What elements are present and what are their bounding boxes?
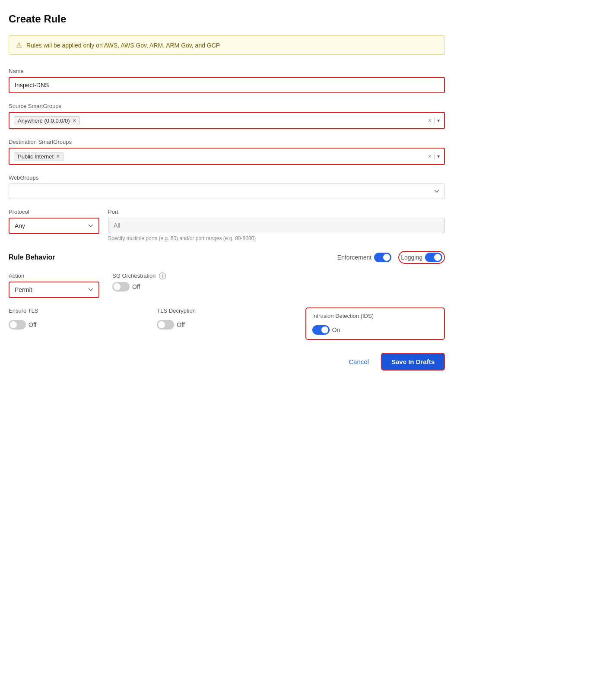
webgroups-select[interactable] [9, 184, 445, 199]
protocol-group: Protocol Any TCP UDP ICMP [9, 209, 99, 241]
name-label: Name [9, 68, 445, 74]
destination-chevron-icon[interactable]: ▾ [437, 153, 440, 159]
enforcement-label: Enforcement [337, 254, 372, 261]
tls-decryption-label: TLS Decryption [157, 307, 296, 314]
destination-tag-close[interactable]: × [56, 153, 60, 159]
sg-orchestration-info-icon: i [159, 272, 166, 279]
action-label: Action [9, 272, 99, 279]
sg-orchestration-label: SG Orchestration i [112, 272, 445, 279]
destination-smartgroups-input[interactable]: Public Internet × × ▾ [9, 148, 445, 165]
enforcement-toggle[interactable] [374, 253, 391, 262]
action-group: Action Permit Deny [9, 272, 99, 298]
bottom-toggles: Ensure TLS Off TLS Decryption Off Intrus… [9, 307, 445, 340]
destination-divider [434, 153, 435, 160]
name-group: Name [9, 68, 445, 93]
port-label: Port [108, 209, 445, 215]
webgroups-label: WebGroups [9, 174, 445, 181]
ensure-tls-toggle-wrapper: Off [9, 320, 148, 329]
alert-banner: ⚠ Rules will be applied only on AWS, AWS… [9, 35, 445, 55]
destination-clear-icon[interactable]: × [428, 153, 432, 160]
sg-orchestration-toggle-wrapper: Off [112, 282, 445, 291]
tls-decryption-toggle-wrapper: Off [157, 320, 296, 329]
cancel-button[interactable]: Cancel [342, 355, 376, 369]
destination-tag-text: Public Internet [18, 153, 54, 160]
footer-actions: Cancel Save In Drafts [9, 353, 445, 371]
source-tag: Anywhere (0.0.0.0/0) × [14, 116, 80, 125]
protocol-port-group: Protocol Any TCP UDP ICMP Port Specify m… [9, 209, 445, 241]
sg-orchestration-text: Off [132, 283, 140, 290]
name-input[interactable] [9, 77, 445, 93]
ids-section: Intrusion Detection (IDS) On [305, 307, 445, 340]
rule-behavior-title: Rule Behavior [9, 253, 55, 261]
ensure-tls-section: Ensure TLS Off [9, 307, 148, 340]
ensure-tls-label: Ensure TLS [9, 307, 148, 314]
save-drafts-button[interactable]: Save In Drafts [381, 353, 445, 371]
destination-label: Destination SmartGroups [9, 139, 445, 145]
tls-decryption-text: Off [177, 321, 184, 328]
ids-label: Intrusion Detection (IDS) [312, 313, 438, 319]
protocol-label: Protocol [9, 209, 99, 215]
tls-decryption-section: TLS Decryption Off [157, 307, 296, 340]
port-group: Port Specify multiple ports (e.g. 80) an… [108, 209, 445, 241]
ids-text: On [332, 326, 340, 333]
destination-tag: Public Internet × [14, 152, 64, 161]
protocol-select[interactable]: Any TCP UDP ICMP [9, 218, 99, 234]
enforcement-toggle-wrapper: Enforcement [337, 253, 391, 262]
logging-toggle-highlighted: Logging [398, 251, 445, 264]
webgroups-group: WebGroups [9, 174, 445, 199]
behavior-controls: Action Permit Deny SG Orchestration i Of… [9, 272, 445, 298]
rule-behavior-header: Rule Behavior Enforcement Logging [9, 251, 445, 264]
sg-orchestration-group: SG Orchestration i Off [112, 272, 445, 291]
source-smartgroups-input[interactable]: Anywhere (0.0.0.0/0) × × ▾ [9, 112, 445, 129]
ids-toggle[interactable] [312, 325, 330, 335]
source-divider [434, 117, 435, 124]
logging-label: Logging [401, 254, 422, 261]
page-title: Create Rule [9, 13, 445, 25]
action-select[interactable]: Permit Deny [9, 282, 99, 298]
destination-smartgroups-group: Destination SmartGroups Public Internet … [9, 139, 445, 165]
port-input[interactable] [108, 218, 445, 233]
source-label: Source SmartGroups [9, 103, 445, 109]
source-tag-text: Anywhere (0.0.0.0/0) [18, 117, 70, 124]
logging-toggle[interactable] [425, 253, 442, 262]
ensure-tls-toggle[interactable] [9, 320, 26, 329]
warning-icon: ⚠ [16, 41, 22, 49]
alert-text: Rules will be applied only on AWS, AWS G… [26, 42, 220, 49]
port-hint: Specify multiple ports (e.g. 80) and/or … [108, 235, 445, 241]
source-smartgroups-group: Source SmartGroups Anywhere (0.0.0.0/0) … [9, 103, 445, 129]
ids-toggle-wrapper: On [312, 325, 438, 335]
sg-orchestration-toggle[interactable] [112, 282, 130, 291]
source-clear-icon[interactable]: × [428, 117, 432, 124]
source-tag-close[interactable]: × [73, 117, 76, 124]
tls-decryption-toggle[interactable] [157, 320, 174, 329]
enforcement-toggles: Enforcement Logging [337, 251, 445, 264]
ensure-tls-text: Off [29, 321, 36, 328]
source-chevron-icon[interactable]: ▾ [437, 117, 440, 124]
